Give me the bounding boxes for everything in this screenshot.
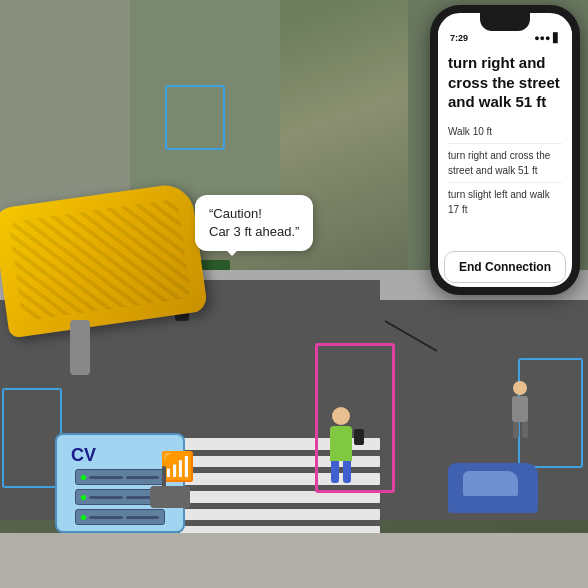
iphone-status-bar: 7:29 ●●● ▋	[438, 31, 572, 45]
cv-label: CV	[67, 443, 100, 468]
sidewalk-bottom	[0, 533, 588, 588]
bbox-pedestrian-pink	[315, 343, 395, 493]
server-line-3b	[126, 516, 160, 519]
iphone-notch	[480, 13, 530, 31]
crosswalk-stripe	[180, 509, 380, 521]
server-light-3	[81, 515, 86, 520]
pedestrian-figure	[330, 407, 352, 483]
end-connection-button[interactable]: End Connection	[444, 251, 566, 283]
nav-step-2: turn right and cross the street and walk…	[448, 148, 562, 183]
router	[150, 486, 190, 508]
server-unit-1	[75, 469, 165, 485]
server-line-2	[89, 496, 123, 499]
ped-phone	[354, 429, 364, 445]
ped-legs	[330, 461, 352, 483]
ped-leg-right	[343, 461, 351, 483]
car-right	[448, 463, 538, 513]
bbox-person-left	[2, 388, 62, 488]
iphone-time: 7:29	[450, 33, 468, 43]
walker-body	[512, 396, 528, 422]
server-line-1	[89, 476, 123, 479]
server-line-1b	[126, 476, 160, 479]
walker-right	[512, 381, 528, 438]
server-line-3	[89, 516, 123, 519]
nav-step-3: turn slight left and walk 17 ft	[448, 187, 562, 221]
device-body	[0, 182, 208, 339]
server-unit-3	[75, 509, 165, 525]
server-light-1	[81, 475, 86, 480]
server-light-2	[81, 495, 86, 500]
iphone-mockup: 7:29 ●●● ▋ turn right and cross the stre…	[430, 5, 580, 295]
ped-head	[332, 407, 350, 425]
nav-main-instruction: turn right and cross the street and walk…	[448, 53, 562, 112]
speech-bubble: “Caution! Car 3 ft ahead.”	[195, 195, 313, 251]
speech-line1: “Caution!	[209, 206, 262, 221]
speech-line2: Car 3 ft ahead.”	[209, 224, 299, 239]
ped-leg-left	[331, 461, 339, 483]
walker-legs	[512, 422, 528, 438]
walker-leg-right	[522, 422, 528, 438]
nav-step-1: Walk 10 ft	[448, 124, 562, 144]
ped-body	[330, 426, 352, 461]
iphone-content: turn right and cross the street and walk…	[438, 45, 572, 243]
iphone-battery: ●●● ▋	[534, 33, 560, 43]
router-antenna	[162, 466, 166, 488]
router-body	[150, 486, 190, 508]
device-stand	[70, 320, 90, 375]
walker-leg-left	[513, 422, 519, 438]
walker-head	[513, 381, 527, 395]
bbox-vehicle-top	[165, 85, 225, 150]
